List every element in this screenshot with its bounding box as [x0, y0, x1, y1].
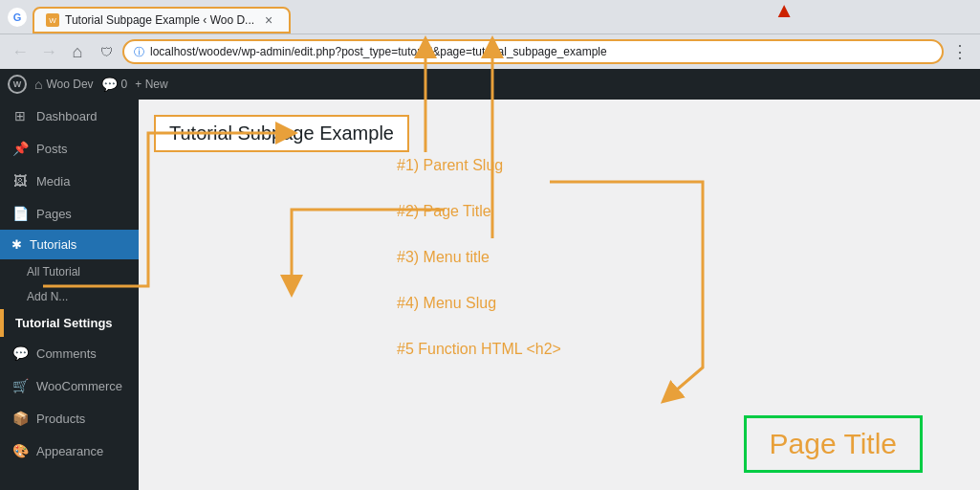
sidebar-menu: ⊞ Dashboard 📌 Posts 🖼 Media 📄 Pages: [0, 100, 139, 467]
back-button[interactable]: ←: [8, 39, 33, 64]
comments-icon: 💬: [11, 345, 29, 362]
annotation-5: #5 Function HTML <h2>: [397, 341, 561, 358]
sidebar: ⊞ Dashboard 📌 Posts 🖼 Media 📄 Pages: [0, 100, 139, 490]
sidebar-item-tutorials[interactable]: ✱ Tutorials: [0, 230, 139, 259]
annotation-2: #2) Page Title: [397, 203, 561, 220]
pages-icon: 📄: [11, 205, 29, 222]
sidebar-label: Products: [36, 412, 85, 426]
sidebar-item-woocommerce[interactable]: 🛒 WooCommerce: [0, 369, 139, 402]
sidebar-item-media[interactable]: 🖼 Media: [0, 165, 139, 197]
sidebar-subitem-add-new[interactable]: Add N...: [0, 284, 139, 309]
sidebar-subitem-all-tutorial[interactable]: All Tutorial: [0, 259, 139, 284]
media-icon: 🖼: [11, 172, 29, 189]
sidebar-label: Posts: [36, 142, 68, 156]
wp-logo-item[interactable]: W: [8, 75, 27, 94]
wp-logo: W: [8, 75, 27, 94]
sidebar-label: Dashboard: [36, 109, 98, 123]
appearance-icon: 🎨: [11, 442, 29, 459]
posts-icon: 📌: [11, 140, 29, 157]
tab-favicon: W: [46, 13, 59, 27]
wp-new[interactable]: + New: [135, 78, 167, 91]
lock-icon: ⓘ: [134, 45, 144, 59]
sidebar-subitem-tutorial-settings[interactable]: Tutorial Settings: [0, 309, 139, 337]
products-icon: 📦: [11, 410, 29, 427]
woocommerce-icon: 🛒: [11, 377, 29, 394]
sidebar-label: Comments: [36, 346, 97, 361]
sidebar-label: Media: [36, 174, 70, 189]
sidebar-item-posts[interactable]: 📌 Posts: [0, 132, 139, 165]
page-heading: Tutorial Subpage Example: [169, 122, 394, 145]
tab-close-button[interactable]: ×: [260, 11, 277, 29]
page-title-box: Page Title: [744, 415, 923, 473]
sidebar-label: Appearance: [36, 444, 103, 458]
address-bar[interactable]: ⓘ localhost/woodev/wp-admin/edit.php?pos…: [122, 39, 944, 64]
wp-site-home[interactable]: ⌂ Woo Dev: [34, 77, 94, 92]
browser-window: G W Tutorial Subpage Example ‹ Woo D... …: [0, 0, 980, 490]
home-button[interactable]: ⌂: [65, 39, 90, 64]
shield-icon: 🛡: [94, 39, 119, 64]
annotation-1: #1) Parent Slug: [397, 157, 561, 174]
page-heading-box: Tutorial Subpage Example: [154, 115, 409, 152]
wp-comments[interactable]: 💬 0: [101, 77, 128, 92]
address-row: ← → ⌂ 🛡 ⓘ localhost/woodev/wp-admin/edit…: [0, 34, 980, 69]
more-options-button[interactable]: ⋮: [947, 39, 972, 64]
sidebar-item-products[interactable]: 📦 Products: [0, 402, 139, 434]
url-text: localhost/woodev/wp-admin/edit.php?post_…: [150, 45, 607, 58]
dashboard-icon: ⊞: [11, 107, 29, 124]
sidebar-label: WooCommerce: [36, 379, 122, 393]
tab-title: Tutorial Subpage Example ‹ Woo D...: [65, 13, 254, 27]
sidebar-label: Pages: [36, 207, 72, 221]
google-logo: G: [8, 8, 27, 27]
page-title-label: Page Title: [770, 428, 897, 459]
sidebar-item-dashboard[interactable]: ⊞ Dashboard: [0, 100, 139, 132]
wp-content-area: ⊞ Dashboard 📌 Posts 🖼 Media 📄 Pages: [0, 100, 980, 490]
forward-button[interactable]: →: [36, 39, 61, 64]
comment-bubble-icon: 💬: [101, 77, 118, 92]
home-icon: ⌂: [34, 77, 42, 92]
google-bar: G W Tutorial Subpage Example ‹ Woo D... …: [0, 0, 980, 34]
main-content: Tutorial Subpage Example #1) Parent Slug…: [139, 100, 980, 490]
sidebar-item-comments[interactable]: 💬 Comments: [0, 337, 139, 369]
sidebar-item-appearance[interactable]: 🎨 Appearance: [0, 434, 139, 467]
sidebar-label: Tutorials: [30, 237, 76, 252]
wp-toolbar: W ⌂ Woo Dev 💬 0 + New: [0, 69, 980, 100]
arrow-to-tab: ▲: [773, 0, 795, 23]
tutorials-icon: ✱: [11, 237, 22, 252]
sidebar-item-pages[interactable]: 📄 Pages: [0, 197, 139, 230]
annotation-4: #4) Menu Slug: [397, 295, 561, 312]
browser-tab[interactable]: W Tutorial Subpage Example ‹ Woo D... ×: [33, 7, 291, 33]
annotation-3: #3) Menu title: [397, 249, 561, 266]
